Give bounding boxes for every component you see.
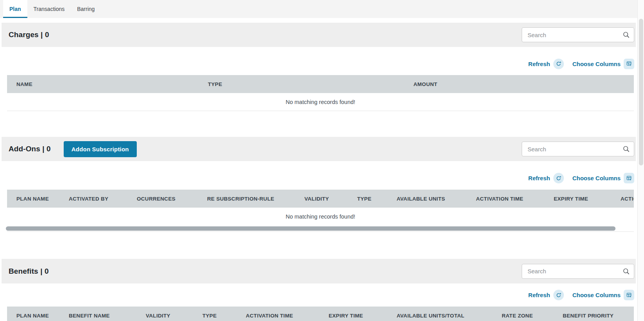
horizontal-scrollbar-thumb[interactable] — [6, 226, 615, 231]
search-icon[interactable] — [623, 267, 630, 275]
addons-section: Add-Ons | 0 Addon Subscription Refresh — [0, 137, 637, 232]
column-header: BENEFIT PRIORITY — [563, 313, 614, 319]
section-gap — [0, 111, 637, 137]
tab-bar: Plan Transactions Barring — [0, 0, 637, 18]
charges-section: Charges | 0 Refresh Cho — [0, 23, 637, 111]
tab-label: Plan — [9, 6, 21, 12]
column-header: RATE ZONE — [502, 313, 533, 319]
addons-search-input[interactable] — [522, 142, 634, 156]
refresh-label: Refresh — [528, 61, 550, 67]
charges-empty-message: No matching records found! — [7, 93, 634, 111]
benefits-section: Benefits | 0 Refresh Ch — [0, 259, 637, 321]
charges-search-input[interactable] — [522, 27, 634, 42]
vertical-scrollbar[interactable] — [637, 0, 644, 321]
section-gap — [0, 232, 637, 259]
benefits-table: PLAN NAME BENEFIT NAME VALIDITY TYPE ACT… — [7, 307, 634, 321]
page: Plan Transactions Barring Charges | 0 Re… — [0, 0, 637, 321]
benefits-section-title: Benefits | 0 — [9, 267, 49, 276]
choose-columns-label: Choose Columns — [572, 175, 621, 181]
column-header: AVAILABLE UNITS — [397, 196, 445, 202]
refresh-icon — [553, 290, 564, 300]
choose-columns-icon — [624, 290, 634, 300]
benefits-search — [522, 264, 634, 279]
addons-table: PLAN NAME ACTIVATED BY OCURRENCES RE SUB… — [7, 190, 634, 231]
charges-actions: Refresh Choose Columns — [2, 47, 636, 75]
column-header: ACTIONS — [621, 196, 634, 202]
column-header: AVAILABLE UNITS/TOTAL — [397, 313, 464, 319]
charges-header-band: Charges | 0 — [2, 23, 636, 47]
tab-label: Transactions — [34, 6, 65, 12]
column-header: PLAN NAME — [16, 313, 49, 319]
addons-table-header: PLAN NAME ACTIVATED BY OCURRENCES RE SUB… — [7, 190, 634, 208]
column-header: ACTIVATION TIME — [246, 313, 293, 319]
tab-transactions[interactable]: Transactions — [27, 0, 71, 18]
addons-empty-message: No matching records found! — [7, 208, 634, 226]
choose-columns-label: Choose Columns — [572, 61, 621, 67]
choose-columns-button[interactable]: Choose Columns — [572, 173, 634, 183]
column-header: TYPE — [357, 196, 371, 202]
column-header: BENEFIT NAME — [69, 313, 110, 319]
search-icon[interactable] — [623, 31, 630, 39]
charges-table-header: NAME TYPE AMOUNT — [7, 75, 634, 93]
column-header: TYPE — [202, 313, 216, 319]
addons-header-band: Add-Ons | 0 Addon Subscription — [2, 137, 636, 161]
column-header: AMOUNT — [413, 81, 437, 87]
column-header: ACTIVATION TIME — [476, 196, 523, 202]
benefits-search-input[interactable] — [522, 264, 634, 279]
charges-table: NAME TYPE AMOUNT No matching records fou… — [7, 75, 634, 111]
column-header: EXPIRY TIME — [329, 313, 363, 319]
refresh-icon — [553, 59, 564, 69]
column-header: PLAN NAME — [16, 196, 49, 202]
choose-columns-button[interactable]: Choose Columns — [572, 290, 634, 300]
column-header: EXPIRY TIME — [554, 196, 588, 202]
tab-barring[interactable]: Barring — [71, 0, 101, 18]
refresh-icon — [553, 173, 564, 183]
choose-columns-button[interactable]: Choose Columns — [572, 59, 634, 69]
choose-columns-icon — [624, 173, 634, 183]
refresh-label: Refresh — [528, 175, 550, 181]
addon-subscription-button[interactable]: Addon Subscription — [64, 141, 137, 157]
column-header: ACTIVATED BY — [69, 196, 108, 202]
column-header: OCURRENCES — [137, 196, 175, 202]
benefits-header-band: Benefits | 0 — [2, 259, 636, 283]
refresh-button[interactable]: Refresh — [528, 173, 564, 183]
tab-label: Barring — [77, 6, 95, 12]
refresh-label: Refresh — [528, 292, 550, 298]
refresh-button[interactable]: Refresh — [528, 290, 564, 300]
charges-section-title: Charges | 0 — [9, 30, 49, 39]
search-icon[interactable] — [623, 145, 630, 153]
column-header: NAME — [16, 81, 32, 87]
vertical-scrollbar-thumb[interactable] — [639, 19, 643, 165]
benefits-actions: Refresh Choose Columns — [2, 283, 636, 307]
horizontal-scrollbar — [7, 226, 634, 231]
choose-columns-icon — [624, 59, 634, 69]
addons-section-title: Add-Ons | 0 — [9, 145, 51, 153]
column-header: TYPE — [208, 81, 222, 87]
refresh-button[interactable]: Refresh — [528, 59, 564, 69]
tab-plan[interactable]: Plan — [3, 0, 27, 18]
charges-search — [522, 27, 634, 42]
column-header: RE SUBSCRIPTION-RULE — [207, 196, 274, 202]
column-header: VALIDITY — [146, 313, 170, 319]
choose-columns-label: Choose Columns — [572, 292, 621, 298]
benefits-table-header: PLAN NAME BENEFIT NAME VALIDITY TYPE ACT… — [7, 307, 634, 321]
addons-search — [522, 142, 634, 156]
column-header: VALIDITY — [304, 196, 329, 202]
addons-actions: Refresh Choose Columns — [2, 161, 636, 190]
